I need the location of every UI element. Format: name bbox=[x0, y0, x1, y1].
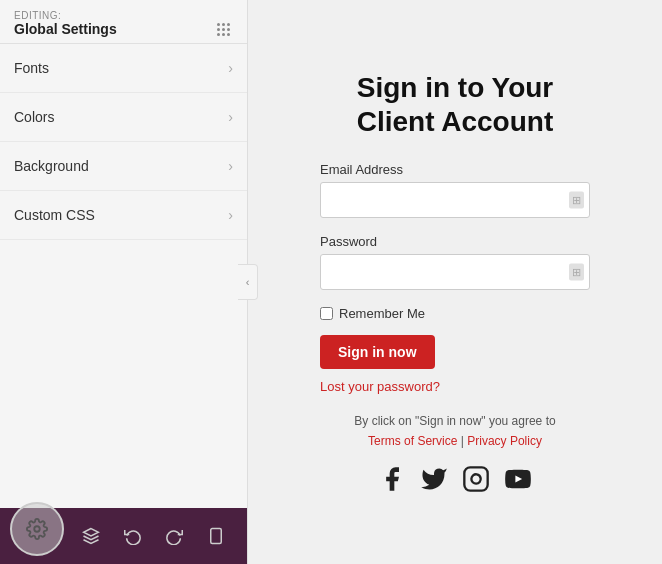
more-options-icon[interactable] bbox=[217, 23, 233, 36]
avatar-button[interactable] bbox=[10, 502, 64, 556]
global-settings-title: Global Settings bbox=[14, 21, 117, 37]
sidebar-title: Global Settings bbox=[14, 21, 233, 37]
sidebar-item-background[interactable]: Background › bbox=[0, 142, 247, 191]
undo-icon bbox=[124, 527, 142, 545]
email-label: Email Address bbox=[320, 162, 590, 177]
layers-button[interactable] bbox=[76, 521, 106, 551]
login-card: Sign in to Your Client Account Email Add… bbox=[300, 41, 610, 523]
custom-css-label: Custom CSS bbox=[14, 207, 95, 223]
redo-button[interactable] bbox=[159, 521, 189, 551]
svg-rect-4 bbox=[464, 467, 487, 490]
mobile-view-button[interactable] bbox=[201, 521, 231, 551]
remember-me-checkbox[interactable] bbox=[320, 307, 333, 320]
youtube-icon[interactable] bbox=[504, 465, 532, 493]
sign-in-button[interactable]: Sign in now bbox=[320, 335, 435, 369]
login-title: Sign in to Your Client Account bbox=[320, 71, 590, 138]
tos-separator: | bbox=[461, 434, 464, 448]
remember-me-group: Remember Me bbox=[320, 306, 590, 321]
email-input[interactable] bbox=[320, 182, 590, 218]
email-form-group: Email Address ⊞ bbox=[320, 162, 590, 218]
svg-marker-1 bbox=[83, 529, 98, 537]
facebook-icon[interactable] bbox=[378, 465, 406, 493]
sidebar-toolbar bbox=[0, 508, 247, 564]
chevron-right-icon: › bbox=[228, 109, 233, 125]
social-icons bbox=[320, 465, 590, 493]
redo-icon bbox=[165, 527, 183, 545]
lost-password-link[interactable]: Lost your password? bbox=[320, 379, 590, 394]
password-input-wrapper: ⊞ bbox=[320, 254, 590, 290]
email-field-icon: ⊞ bbox=[569, 192, 584, 209]
tos-description: By click on "Sign in now" you agree to bbox=[354, 414, 555, 428]
chevron-right-icon: › bbox=[228, 158, 233, 174]
remember-me-label: Remember Me bbox=[339, 306, 425, 321]
fonts-label: Fonts bbox=[14, 60, 49, 76]
email-input-wrapper: ⊞ bbox=[320, 182, 590, 218]
sidebar-item-fonts[interactable]: Fonts › bbox=[0, 44, 247, 93]
sidebar-collapse-button[interactable]: ‹ bbox=[238, 264, 258, 300]
password-input[interactable] bbox=[320, 254, 590, 290]
mobile-icon bbox=[207, 527, 225, 545]
password-field-icon: ⊞ bbox=[569, 264, 584, 281]
tos-text: By click on "Sign in now" you agree to T… bbox=[320, 412, 590, 450]
chevron-left-icon: ‹ bbox=[246, 276, 250, 288]
sidebar: EDITING: Global Settings Fonts › Colors … bbox=[0, 0, 248, 564]
terms-of-service-link[interactable]: Terms of Service bbox=[368, 434, 457, 448]
sidebar-item-colors[interactable]: Colors › bbox=[0, 93, 247, 142]
svg-point-0 bbox=[34, 526, 40, 532]
settings-icon bbox=[26, 518, 48, 540]
password-form-group: Password ⊞ bbox=[320, 234, 590, 290]
chevron-right-icon: › bbox=[228, 207, 233, 223]
sidebar-nav: Fonts › Colors › Background › Custom CSS… bbox=[0, 44, 247, 508]
undo-button[interactable] bbox=[118, 521, 148, 551]
editing-label: EDITING: bbox=[14, 10, 233, 21]
twitter-icon[interactable] bbox=[420, 465, 448, 493]
sidebar-item-custom-css[interactable]: Custom CSS › bbox=[0, 191, 247, 240]
password-label: Password bbox=[320, 234, 590, 249]
colors-label: Colors bbox=[14, 109, 54, 125]
sidebar-header: EDITING: Global Settings bbox=[0, 0, 247, 44]
instagram-icon[interactable] bbox=[462, 465, 490, 493]
background-label: Background bbox=[14, 158, 89, 174]
layers-icon bbox=[82, 527, 100, 545]
privacy-policy-link[interactable]: Privacy Policy bbox=[467, 434, 542, 448]
main-content: Sign in to Your Client Account Email Add… bbox=[248, 0, 662, 564]
sidebar-panel: EDITING: Global Settings Fonts › Colors … bbox=[0, 0, 248, 564]
chevron-right-icon: › bbox=[228, 60, 233, 76]
